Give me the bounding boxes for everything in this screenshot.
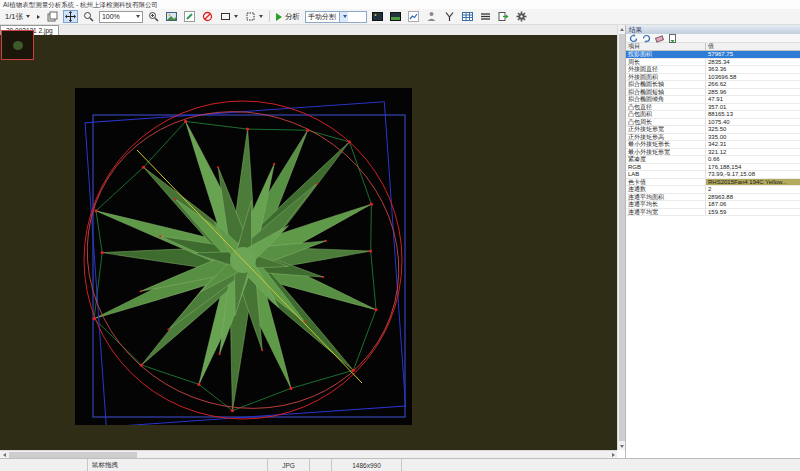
skeleton-button[interactable] <box>442 10 457 23</box>
app-window: AI植物表型测量分析系统 - 杭州上泽检测科技有限公司 1/1张 100% <box>0 0 800 471</box>
result-value: 357.01 <box>706 104 800 111</box>
results-table-body: 投影面积57967.75周长2835.34外接圆直径363.36外接圆面积103… <box>626 51 800 216</box>
export-report-icon[interactable] <box>668 34 677 43</box>
result-label: 正外接矩形高 <box>626 134 706 141</box>
mask-image-button[interactable] <box>388 10 403 23</box>
result-row[interactable]: 最小外接矩形宽321.12 <box>626 149 800 157</box>
image-thumbnail[interactable] <box>1 30 34 60</box>
result-value: 363.36 <box>706 66 800 73</box>
result-row[interactable]: 拟合椭圆长轴266.62 <box>626 81 800 89</box>
shape-select-tool[interactable] <box>243 10 265 23</box>
pan-tool-button[interactable] <box>63 10 78 23</box>
refresh-icon[interactable] <box>629 34 638 43</box>
result-value: 2 <box>706 186 800 193</box>
result-label: 周长 <box>626 59 706 66</box>
result-row[interactable]: 凸包直径357.01 <box>626 104 800 112</box>
up-arrow-icon <box>620 28 624 31</box>
copy-icon <box>47 11 58 22</box>
result-row[interactable]: 周长2835.34 <box>626 59 800 67</box>
next-arrow-icon <box>37 15 40 19</box>
statusbar: 鼠标拖拽 JPG 1486x990 <box>0 458 800 471</box>
result-row[interactable]: 拟合椭圆短轴285.96 <box>626 89 800 97</box>
result-row[interactable]: 连通平均宽159.59 <box>626 209 800 217</box>
document-tabbar: 20 092121 2.jpg <box>0 25 617 35</box>
toolbar-separator <box>269 11 270 22</box>
result-row[interactable]: RGB176,188,154 <box>626 164 800 172</box>
result-label: RGB <box>626 164 706 171</box>
right-arrow-icon <box>612 453 615 457</box>
zoom-in-button[interactable] <box>146 10 161 23</box>
eraser-icon[interactable] <box>655 34 664 43</box>
result-row[interactable]: 凸包周长1075.40 <box>626 119 800 127</box>
result-label: 凸包直径 <box>626 104 706 111</box>
result-row[interactable]: 拟合椭圆倾角47.91 <box>626 96 800 104</box>
segmentation-method-combo[interactable]: 手动分割 <box>305 11 367 23</box>
analyze-label: 分析 <box>285 12 300 22</box>
result-row[interactable]: 正外接矩形高335.00 <box>626 134 800 142</box>
magnifier-plus-icon <box>148 11 159 22</box>
result-row[interactable]: 投影面积57967.75 <box>626 51 800 59</box>
result-row[interactable]: 正外接矩形宽325.50 <box>626 126 800 134</box>
copy-image-button[interactable] <box>45 10 60 23</box>
segmentation-method-value: 手动分割 <box>308 12 336 22</box>
down-arrow-icon <box>620 445 624 448</box>
result-value: 103696.58 <box>706 74 800 81</box>
result-row[interactable]: 外接圆直径363.36 <box>626 66 800 74</box>
result-row[interactable]: 最小外接矩形长342.31 <box>626 141 800 149</box>
chart-icon <box>408 11 419 22</box>
result-row[interactable]: 连通平均面积28963.88 <box>626 194 800 202</box>
zoom-level-combo[interactable]: 100% <box>99 11 143 23</box>
image-canvas[interactable] <box>0 35 617 450</box>
result-row[interactable]: 外接圆面积103696.58 <box>626 74 800 82</box>
fit-view-button[interactable] <box>164 10 179 23</box>
edit-tool-button[interactable] <box>182 10 197 23</box>
column-value: 值 <box>706 43 800 50</box>
result-value: 57967.75 <box>706 51 800 58</box>
undo-icon[interactable] <box>642 34 651 43</box>
source-image-button[interactable] <box>370 10 385 23</box>
result-value: 2835.34 <box>706 59 800 66</box>
horizontal-scrollbar[interactable] <box>0 450 617 458</box>
result-label: LAB <box>626 171 706 178</box>
result-label: 连通平均面积 <box>626 194 706 201</box>
page-indicator[interactable]: 1/1张 <box>3 10 32 23</box>
export-button[interactable] <box>496 10 511 23</box>
magnifier-icon <box>83 11 94 22</box>
exclude-tool-button[interactable] <box>200 10 215 23</box>
result-row[interactable]: 色卡值RHS2015Fan4 194C Yellow... <box>626 179 800 187</box>
list-button[interactable] <box>478 10 493 23</box>
result-row[interactable]: 凸包面积88165.13 <box>626 111 800 119</box>
zoom-out-button[interactable] <box>81 10 96 23</box>
combo-dropdown-button[interactable] <box>339 12 348 22</box>
result-value: 28963.88 <box>706 194 800 201</box>
result-row[interactable]: LAB73.99,-9.17,15.08 <box>626 171 800 179</box>
chevron-down-icon <box>234 15 238 18</box>
table-button[interactable] <box>460 10 475 23</box>
mask-icon <box>390 11 401 22</box>
result-row[interactable]: 连通平均长187.06 <box>626 201 800 209</box>
table-grid-icon <box>462 11 473 22</box>
analyzed-image[interactable] <box>75 88 412 425</box>
result-label: 拟合椭圆长轴 <box>626 81 706 88</box>
plant-leaves <box>90 117 381 412</box>
analyze-button[interactable]: 分析 <box>274 10 302 23</box>
status-cell-empty <box>0 459 88 471</box>
zoom-level-value: 100% <box>102 13 120 20</box>
marker-button[interactable] <box>424 10 439 23</box>
settings-button[interactable] <box>514 10 529 23</box>
rect-select-tool[interactable] <box>218 10 240 23</box>
result-value: 176,188,154 <box>706 164 800 171</box>
column-item: 项目 <box>626 43 706 50</box>
result-value: 325.50 <box>706 126 800 133</box>
vertical-scrollbar[interactable] <box>617 25 625 450</box>
branch-y-icon <box>444 11 455 22</box>
result-row[interactable]: 连通数2 <box>626 186 800 194</box>
result-label: 连通平均宽 <box>626 209 706 216</box>
result-value: 159.59 <box>706 209 800 216</box>
next-image-button[interactable] <box>35 10 42 23</box>
list-icon <box>480 11 491 22</box>
result-row[interactable]: 紧凑度0.66 <box>626 156 800 164</box>
chart-button[interactable] <box>406 10 421 23</box>
result-label: 外接圆面积 <box>626 74 706 81</box>
result-value: 266.62 <box>706 81 800 88</box>
